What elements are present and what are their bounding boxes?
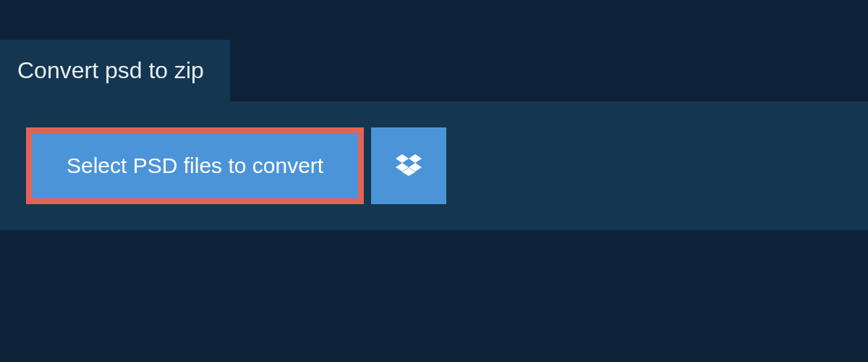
select-files-button[interactable]: Select PSD files to convert bbox=[26, 127, 364, 204]
dropbox-icon bbox=[396, 152, 422, 180]
button-row: Select PSD files to convert bbox=[26, 127, 842, 204]
dropbox-button[interactable] bbox=[371, 127, 446, 204]
tab-header: Convert psd to zip bbox=[0, 40, 230, 101]
page-title: Convert psd to zip bbox=[17, 57, 204, 83]
main-panel: Select PSD files to convert bbox=[0, 101, 868, 230]
select-files-label: Select PSD files to convert bbox=[67, 153, 323, 178]
